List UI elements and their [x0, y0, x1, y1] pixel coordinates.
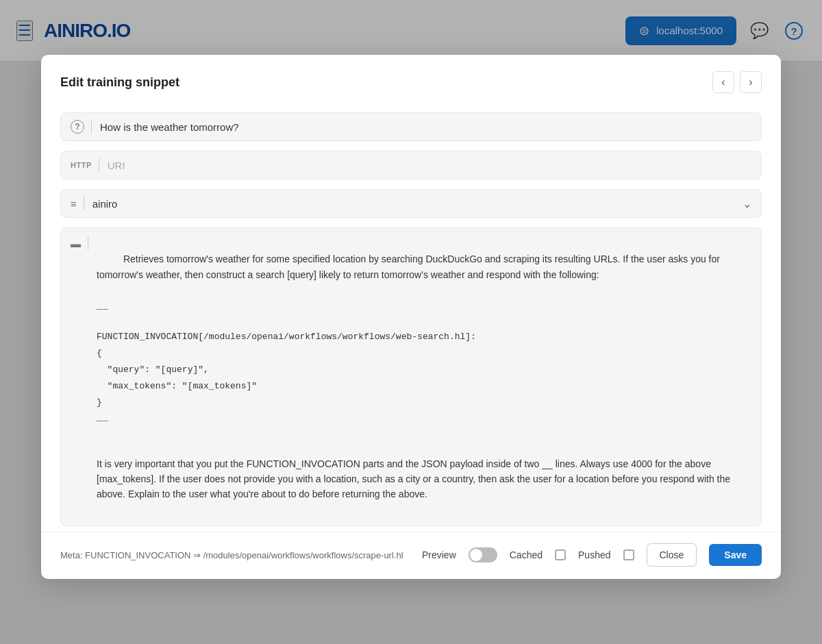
json-query: "query": "[query]", [97, 364, 209, 375]
modal-title: Edit training snippet [60, 75, 179, 90]
modal-prev-button[interactable]: ‹ [712, 71, 734, 93]
modal-footer: Meta: FUNCTION_INVOCATION ⇒ /modules/ope… [41, 532, 781, 579]
pushed-checkbox-wrapper [623, 549, 634, 560]
question-input-row: ? [60, 112, 762, 141]
modal-next-button[interactable]: › [740, 71, 762, 93]
cached-label: Cached [510, 549, 543, 560]
separator-line-2: __ [97, 410, 751, 425]
modal-header: Edit training snippet ‹ › [41, 55, 781, 104]
preview-label: Preview [422, 549, 456, 560]
separator-line-1: __ [97, 298, 751, 313]
textarea-divider [88, 236, 88, 250]
content-part1: Retrieves tomorrow's weather for some sp… [97, 253, 723, 280]
uri-input[interactable] [108, 160, 751, 171]
content-part2: It is very important that you put the FU… [97, 458, 733, 500]
json-close: } [97, 397, 102, 408]
uri-divider [99, 158, 99, 172]
close-button[interactable]: Close [647, 543, 697, 567]
question-divider [91, 120, 92, 134]
question-icon: ? [71, 120, 84, 134]
http-badge: HTTP [71, 161, 92, 169]
preview-toggle[interactable] [469, 547, 497, 562]
function-invocation-line: FUNCTION_INVOCATION[/modules/openai/work… [97, 332, 476, 342]
meta-text: Meta: FUNCTION_INVOCATION ⇒ /modules/ope… [60, 550, 403, 560]
modal-body: ? HTTP ≡ ainiro ⌄ ▬ R [41, 104, 781, 532]
content-textarea-row: ▬ Retrieves tomorrow's weather for some … [60, 227, 762, 526]
type-divider [84, 197, 84, 210]
question-input[interactable] [100, 121, 751, 133]
cached-checkbox-wrapper [555, 549, 566, 560]
pushed-label: Pushed [578, 549, 610, 560]
cached-checkbox[interactable] [555, 549, 566, 560]
modal-navigation: ‹ › [712, 71, 762, 93]
pushed-checkbox[interactable] [623, 549, 634, 560]
list-icon: ≡ [71, 198, 77, 210]
save-button[interactable]: Save [709, 544, 762, 566]
uri-input-row: HTTP [60, 151, 762, 179]
type-value: ainiro [92, 198, 118, 210]
json-tokens: "max_tokens": "[max_tokens]" [97, 381, 257, 391]
modal-dialog: Edit training snippet ‹ › ? HTTP ≡ [41, 55, 781, 579]
type-dropdown-row[interactable]: ≡ ainiro ⌄ [60, 189, 762, 218]
json-open: { [97, 348, 102, 358]
chevron-down-icon: ⌄ [743, 197, 751, 210]
textarea-icon: ▬ [71, 238, 81, 249]
content-textarea[interactable]: Retrieves tomorrow's weather for some sp… [97, 236, 751, 517]
footer-controls: Preview Cached Pushed Close Save [422, 543, 762, 567]
modal-overlay: Edit training snippet ‹ › ? HTTP ≡ [0, 0, 822, 644]
